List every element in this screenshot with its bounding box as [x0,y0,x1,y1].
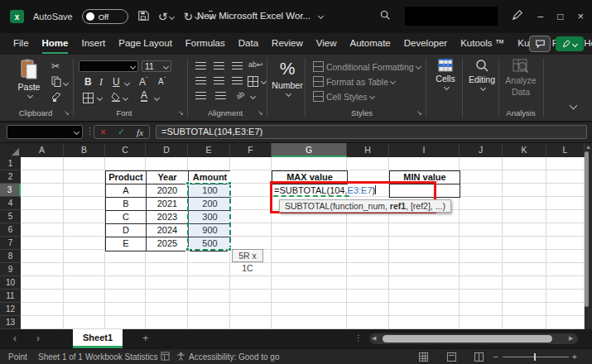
ribbon-tab-view[interactable]: View [310,33,344,55]
save-icon[interactable] [137,10,149,23]
ribbon-tab-file[interactable]: File [7,33,36,55]
table-cell[interactable]: A [106,184,147,198]
select-all-corner[interactable] [0,143,21,157]
table-cell[interactable]: C [106,211,147,224]
bold-button[interactable]: B [84,76,92,88]
insert-function-button[interactable]: fx [137,127,143,137]
view-page-break-button[interactable] [474,352,484,362]
row-header-12[interactable]: 12 [0,303,21,316]
cells-button[interactable]: Cells [430,59,461,89]
increase-indent-icon[interactable] [215,92,226,99]
analyze-data-button[interactable]: Analyze Data [502,59,540,97]
decrease-indent-icon[interactable] [195,92,206,99]
ribbon-tab-kutools[interactable]: Kutools ™ [454,33,511,55]
table-cell[interactable]: 2023 [147,211,189,224]
table-cell[interactable]: B [106,198,147,211]
font-size-select[interactable]: 11 [142,60,171,72]
table-header-cell[interactable]: Product [106,171,147,184]
align-top-icon[interactable] [195,62,206,69]
cell-styles-button[interactable]: Cell Styles [313,91,374,102]
ribbon-tab-developer[interactable]: Developer [397,33,454,55]
styles-dialog-launcher[interactable]: ↘ [416,110,422,117]
accessibility-icon[interactable] [176,352,185,362]
name-box[interactable] [7,125,83,139]
align-bottom-icon[interactable] [232,62,243,69]
ribbon-tab-automate[interactable]: Automate [344,33,397,55]
table-cell[interactable]: E [106,237,147,251]
increase-font-button[interactable]: Aˆ [139,76,147,88]
wrap-text-icon[interactable]: ab↩ [248,60,263,69]
close-button[interactable]: × [577,12,584,22]
align-left-icon[interactable] [195,77,206,84]
cancel-button[interactable]: × [100,127,106,138]
horizontal-scrollbar-thumb[interactable] [383,335,552,342]
pen-mode-icon[interactable] [512,9,523,24]
paste-button[interactable]: Paste [12,59,46,98]
zoom-in-button[interactable]: + [572,352,577,362]
table-cell[interactable]: 2021 [147,198,189,211]
column-header-j[interactable]: J [460,143,503,157]
row-header-5[interactable]: 5 [0,210,21,223]
orientation-chevron-icon[interactable] [250,93,256,99]
column-header-c[interactable]: C [105,143,146,157]
alignment-dialog-launcher[interactable]: ↘ [257,110,263,117]
number-format-button[interactable]: % Number [272,59,303,96]
add-sheet-button[interactable]: + [142,332,149,344]
font-color-chevron-icon[interactable] [154,95,160,101]
vertical-scrollbar[interactable]: ▲ [585,143,592,329]
row-header-13[interactable]: 13 [0,316,21,329]
column-header-d[interactable]: D [146,143,188,157]
search-icon[interactable] [379,9,391,24]
share-button[interactable] [556,36,584,51]
align-middle-icon[interactable] [214,62,224,69]
undo-button[interactable]: ↺ [158,11,175,22]
table-header-cell[interactable]: Year [147,171,189,184]
font-dialog-launcher[interactable]: ↘ [178,110,184,117]
row-header-10[interactable]: 10 [0,276,21,290]
row-header-1[interactable]: 1 [0,157,21,170]
selection-handle[interactable] [185,247,190,251]
autosave-toggle[interactable]: Off [82,9,128,24]
view-page-layout-button[interactable] [447,352,456,362]
row-header-4[interactable]: 4 [0,197,21,210]
row-header-2[interactable]: 2 [0,170,21,184]
font-color-button[interactable]: A [141,91,147,102]
table-cell[interactable]: D [106,224,147,237]
column-header-i[interactable]: I [389,143,460,157]
column-header-e[interactable]: E [188,143,230,157]
row-header-7[interactable]: 7 [0,237,21,250]
zoom-slider[interactable] [503,357,569,357]
scroll-right-icon[interactable]: ▶ [569,335,573,342]
ribbon-tab-review[interactable]: Review [265,33,310,55]
copy-button[interactable] [51,76,68,89]
vertical-scrollbar-thumb[interactable] [585,151,589,307]
align-center-icon[interactable] [214,77,224,84]
underline-chevron-icon[interactable] [124,80,130,86]
column-header-f[interactable]: F [230,143,272,157]
table-cell[interactable]: 2020 [147,184,189,198]
scroll-left-icon[interactable]: ◀ [372,335,376,342]
cut-button[interactable]: ✂ [51,61,60,71]
ribbon-tab-insert[interactable]: Insert [75,33,112,55]
selection-handle[interactable] [185,181,190,185]
collapse-ribbon-icon[interactable] [570,102,578,110]
zoom-slider-knob[interactable] [534,353,536,361]
underline-button[interactable]: U [113,76,120,88]
row-header-11[interactable]: 11 [0,290,21,303]
format-as-table-button[interactable]: Format as Table [313,76,395,87]
column-header-k[interactable]: K [503,143,546,157]
row-header-3[interactable]: 3 [0,184,21,197]
borders-icon[interactable] [83,93,94,103]
row-header-9[interactable]: 9 [0,263,21,276]
view-normal-button[interactable] [419,352,428,362]
orientation-icon[interactable]: ab [233,89,246,102]
column-header-l[interactable]: L [546,143,585,157]
formula-input[interactable]: =SUBTOTAL(104,E3:E7) [156,125,587,139]
ribbon-tab-page-layout[interactable]: Page Layout [112,33,179,55]
merge-chevron-icon[interactable] [261,79,267,84]
ribbon-tab-home[interactable]: Home [36,33,75,55]
minimize-button[interactable]: – [537,12,543,22]
prev-sheet-button[interactable]: ‹ [13,333,17,344]
font-name-select[interactable] [79,60,138,72]
table-cell[interactable]: 2024 [147,224,189,237]
